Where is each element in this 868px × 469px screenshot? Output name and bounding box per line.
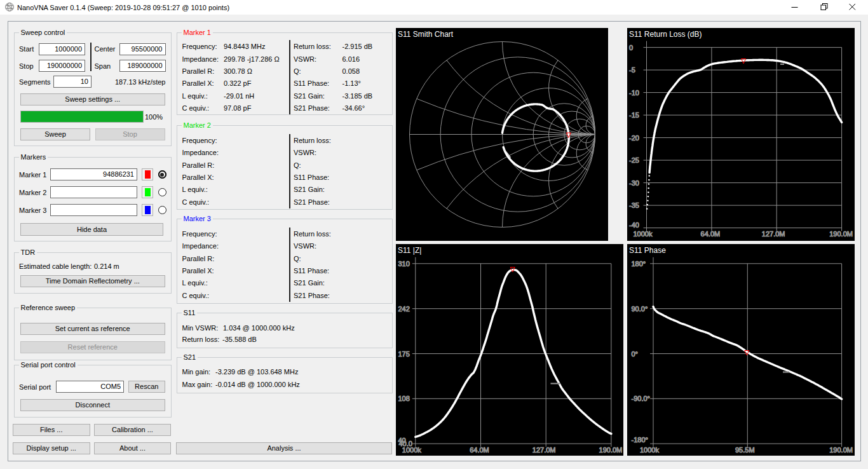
svg-text:S11 Smith Chart: S11 Smith Chart xyxy=(398,30,454,39)
svg-text:-180°: -180° xyxy=(632,436,648,444)
svg-text:108: 108 xyxy=(398,395,409,402)
svg-text:95.5M: 95.5M xyxy=(735,446,755,454)
svg-text:90.0°: 90.0° xyxy=(632,304,648,312)
svg-text:64.0M: 64.0M xyxy=(701,230,721,238)
svg-text:-5: -5 xyxy=(629,66,635,74)
svg-text:242: 242 xyxy=(398,304,409,312)
svg-text:-15: -15 xyxy=(629,111,639,119)
svg-text:127.0M: 127.0M xyxy=(532,446,555,454)
svg-text:190.0M: 190.0M xyxy=(829,446,853,454)
svg-text:310: 310 xyxy=(398,259,409,267)
svg-text:1000k: 1000k xyxy=(402,446,421,454)
svg-text:64.0M: 64.0M xyxy=(470,446,489,454)
svg-text:S11 Return Loss (dB): S11 Return Loss (dB) xyxy=(629,30,702,39)
svg-text:-40: -40 xyxy=(629,221,639,229)
svg-text:-35: -35 xyxy=(629,201,639,209)
svg-text:-20: -20 xyxy=(629,133,639,141)
svg-text:-30: -30 xyxy=(629,179,639,186)
svg-text:1000k: 1000k xyxy=(634,230,653,238)
svg-text:190.0M: 190.0M xyxy=(829,230,853,238)
svg-text:127.0M: 127.0M xyxy=(762,230,785,238)
svg-text:-90.0°: -90.0° xyxy=(632,395,650,402)
svg-text:1000k: 1000k xyxy=(640,446,659,454)
svg-text:0: 0 xyxy=(629,43,633,51)
svg-text:180°: 180° xyxy=(632,259,646,267)
svg-text:0°: 0° xyxy=(632,350,639,357)
svg-text:-25: -25 xyxy=(629,156,639,164)
svg-text:190.0M: 190.0M xyxy=(599,446,622,454)
svg-text:-10: -10 xyxy=(629,88,639,96)
svg-text:S11 Phase: S11 Phase xyxy=(629,246,666,255)
svg-text:S11 |Z|: S11 |Z| xyxy=(398,246,421,255)
svg-text:175: 175 xyxy=(398,350,409,357)
